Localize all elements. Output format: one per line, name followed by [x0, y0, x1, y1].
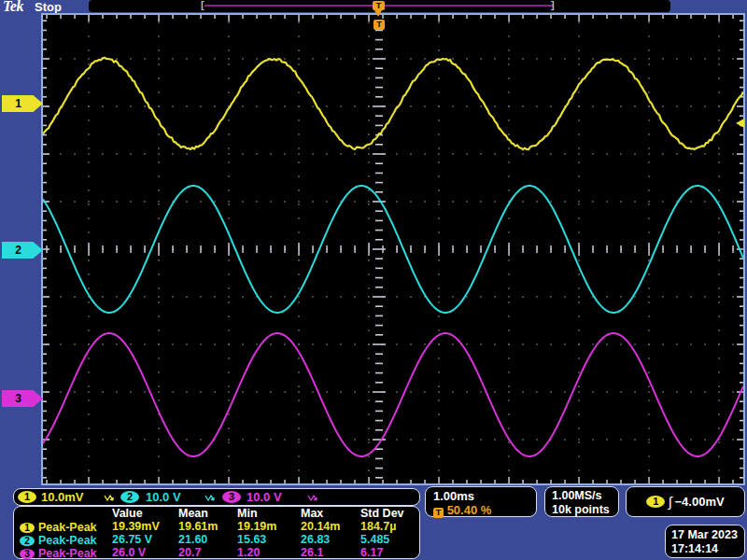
- row-ch1-badge: 1: [20, 523, 35, 533]
- row-ch3-stddev: 6.17: [360, 547, 419, 560]
- channel-1-scale: 10.0mV: [41, 490, 84, 504]
- measurement-row-ch1: 1Peak-Peak 19.39mV 19.61m 19.19m 20.14m …: [14, 521, 419, 534]
- trigger-position-percent: 50.40 %: [447, 503, 492, 517]
- row-ch1-value: 19.39mV: [112, 521, 178, 534]
- row-ch3-mean: 20.7: [178, 547, 237, 560]
- acquisition-status: Stop: [35, 0, 62, 14]
- trigger-position-flag: T: [373, 1, 385, 10]
- row-ch2-stddev: 5.485: [360, 534, 419, 547]
- header-min: Min: [237, 508, 301, 521]
- row-ch2-mean: 21.60: [178, 534, 237, 547]
- row-ch1-mean: 19.61m: [178, 521, 237, 534]
- row-ch2-min: 15.63: [237, 534, 301, 547]
- row-ch1-min: 19.19m: [237, 521, 301, 534]
- channel-2-badge: 2: [120, 491, 139, 503]
- trigger-readout: 1 ∫ −4.00mV: [626, 486, 745, 517]
- channel-2-scale: 10.0 V: [146, 490, 181, 504]
- channel-1-position-marker: 1: [2, 95, 43, 112]
- header-max: Max: [301, 508, 360, 521]
- datetime-readout: 17 Mar 2023 17:14:14: [665, 525, 745, 558]
- channel-1-number: 1: [15, 97, 21, 110]
- row-ch3-name: Peak-Peak: [38, 548, 97, 560]
- measurement-row-ch3: 3Peak-Peak 26.0 V 20.7 1.20 26.1 6.17: [14, 547, 419, 560]
- tek-logo: Tek: [3, 0, 23, 15]
- row-ch2-badge: 2: [20, 536, 35, 546]
- row-ch2-value: 26.75 V: [112, 534, 178, 547]
- row-ch3-value: 26.0 V: [112, 547, 178, 560]
- record-right-bracket: ]: [551, 0, 555, 11]
- measurement-header-row: Value Mean Min Max Std Dev: [14, 508, 419, 521]
- channel-1-badge: 1: [18, 491, 36, 503]
- trigger-position-t-icon: T: [374, 20, 385, 30]
- channel-2-coupling-icon: [204, 493, 216, 504]
- trigger-source-badge: 1: [646, 496, 665, 508]
- timebase-readout: 1.00ms T 50.40 %: [425, 486, 537, 517]
- trigger-level: −4.00mV: [674, 495, 724, 509]
- header-mean: Mean: [178, 508, 237, 521]
- trigger-slope-icon: ∫: [668, 494, 671, 510]
- channel-3-scale: 10.0 V: [247, 490, 282, 504]
- row-ch3-badge: 3: [20, 549, 35, 559]
- channel-3-coupling-icon: [307, 493, 318, 504]
- row-ch2-name: Peak-Peak: [38, 535, 97, 547]
- channel-1-coupling-icon: [104, 493, 115, 504]
- header-stddev: Std Dev: [360, 508, 419, 521]
- row-ch2-max: 26.83: [301, 534, 360, 547]
- acquisition-readout: 1.00MS/s 10k points: [544, 486, 619, 517]
- time-text: 17:14:14: [671, 542, 744, 556]
- row-ch1-name: Peak-Peak: [38, 522, 97, 534]
- channel-2-position-marker: 2: [2, 242, 43, 259]
- channel-2-number: 2: [15, 244, 21, 257]
- measurement-row-ch2: 2Peak-Peak 26.75 V 21.60 15.63 26.83 5.4…: [14, 534, 419, 547]
- row-ch1-stddev: 184.7µ: [360, 521, 419, 534]
- graticule: [41, 13, 745, 485]
- row-ch3-max: 26.1: [301, 547, 360, 560]
- timebase-value: 1.00ms: [433, 489, 536, 503]
- row-ch3-min: 1.20: [237, 547, 301, 560]
- oscilloscope-screen: Tek Stop [ ] T T 1 2 3 1 10.0mV 2 10.0 V…: [0, 0, 747, 560]
- trigger-level-arrow: [736, 119, 744, 128]
- measurement-table: Value Mean Min Max Std Dev 1Peak-Peak 19…: [13, 506, 420, 559]
- header-value: Value: [112, 508, 178, 521]
- channel-scale-bar: 1 10.0mV 2 10.0 V 3 10.0 V: [13, 488, 420, 506]
- channel-3-badge: 3: [222, 491, 241, 503]
- record-length: 10k points: [552, 503, 618, 517]
- channel-3-position-marker: 3: [2, 390, 43, 407]
- sample-rate: 1.00MS/s: [552, 489, 618, 503]
- row-ch1-max: 20.14m: [301, 521, 360, 534]
- channel-3-number: 3: [15, 392, 21, 405]
- record-left-bracket: [: [201, 0, 204, 11]
- trigger-t-icon: T: [433, 508, 444, 518]
- date-text: 17 Mar 2023: [671, 528, 744, 542]
